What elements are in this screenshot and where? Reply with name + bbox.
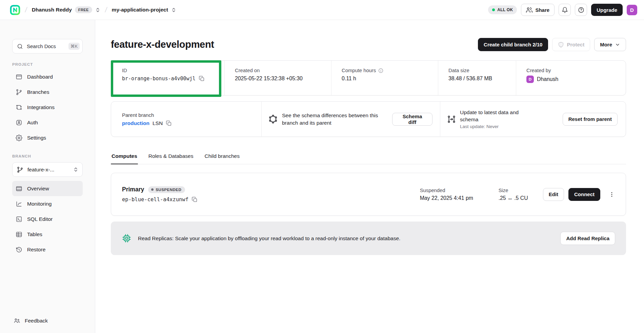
sidebar-item-label: Restore xyxy=(27,247,45,253)
status-label: ALL OK xyxy=(497,7,513,12)
sidebar-item-settings[interactable]: Settings xyxy=(12,130,83,145)
system-status-badge[interactable]: ALL OK xyxy=(488,5,517,14)
feedback-label: Feedback xyxy=(25,318,48,324)
neon-console: / Dhanush Reddy FREE / my-application-pr… xyxy=(0,0,644,333)
sidebar-item-label: Overview xyxy=(27,186,49,192)
more-label: More xyxy=(600,42,612,47)
parent-branch-link[interactable]: production xyxy=(122,120,149,126)
sidebar-item-label: Settings xyxy=(27,135,46,141)
suspended-value: May 22, 2025 4:41 pm xyxy=(420,195,499,201)
reset-section: Update to latest data and schema Last up… xyxy=(440,102,626,137)
sidebar-item-auth[interactable]: Auth xyxy=(12,115,83,130)
chevron-down-icon xyxy=(615,42,620,47)
tab-roles-databases[interactable]: Roles & Databases xyxy=(148,153,194,164)
sidebar-item-label: Auth xyxy=(27,120,38,126)
tab-child-branches[interactable]: Child branches xyxy=(204,153,240,164)
schema-diff-section: See the schema differences between this … xyxy=(261,102,440,137)
chevron-up-down-icon xyxy=(171,7,176,13)
sidebar-item-label: Monitoring xyxy=(27,201,52,207)
protect-label: Protect xyxy=(567,42,584,47)
branch-nav: Overview Monitoring SQL Editor xyxy=(12,181,83,257)
page-title: feature-x-development xyxy=(111,39,214,50)
add-read-replica-button[interactable]: Add Read Replica xyxy=(560,232,615,245)
branch-selector[interactable]: feature-x-... xyxy=(12,162,83,177)
size-label: Size xyxy=(499,188,543,193)
compute-menu-button[interactable] xyxy=(606,189,618,200)
project-name: my-application-project xyxy=(112,7,168,13)
created-on-label: Created on xyxy=(235,68,324,73)
overview-icon xyxy=(16,185,22,192)
sidebar-item-overview[interactable]: Overview xyxy=(12,181,83,196)
parent-branch-section: Parent branch production LSN xyxy=(111,102,261,137)
more-button[interactable]: More xyxy=(594,38,626,51)
bell-icon xyxy=(562,7,568,13)
status-dot-icon xyxy=(492,8,495,11)
selected-branch: feature-x-... xyxy=(27,167,69,173)
copy-lsn-button[interactable] xyxy=(166,120,172,126)
sidebar: Search Docs ⌘K PROJECT Dashboard Branche… xyxy=(0,20,95,333)
reset-branch-icon xyxy=(447,115,456,124)
branch-tabs: Computes Roles & Databases Child branche… xyxy=(111,153,626,164)
compute-size-info: Size .25 ↔ .5 CU xyxy=(499,188,543,201)
edit-compute-button[interactable]: Edit xyxy=(543,188,564,201)
schema-diff-button[interactable]: Schema diff xyxy=(392,113,432,126)
schema-diff-text: See the schema differences between this … xyxy=(282,112,388,126)
data-size-label: Data size xyxy=(448,68,509,73)
sidebar-item-dashboard[interactable]: Dashboard xyxy=(12,69,83,84)
tab-computes[interactable]: Computes xyxy=(111,153,138,164)
main-content: feature-x-development Create child branc… xyxy=(95,20,644,333)
breadcrumb-divider: / xyxy=(24,6,27,14)
user-avatar[interactable]: D xyxy=(627,5,637,15)
info-icon[interactable] xyxy=(378,68,383,73)
copy-branch-id-button[interactable] xyxy=(199,76,205,82)
id-label: ID xyxy=(122,68,218,73)
dashboard-icon xyxy=(16,74,22,80)
sidebar-item-feedback[interactable]: Feedback xyxy=(12,317,83,324)
create-child-branch-button[interactable]: Create child branch 2/10 xyxy=(478,38,548,51)
connect-button[interactable]: Connect xyxy=(568,188,600,201)
breadcrumb: / Dhanush Reddy FREE / my-application-pr… xyxy=(10,5,176,15)
detail-created-on: Created on 2025-05-22 15:32:38 +05:30 xyxy=(224,61,331,95)
page-actions: Create child branch 2/10 Protect More xyxy=(478,38,626,51)
sidebar-item-monitoring[interactable]: Monitoring xyxy=(12,196,83,211)
chevron-up-down-icon xyxy=(73,167,78,172)
chevron-up-down-icon xyxy=(95,7,100,13)
suspended-label: Suspended xyxy=(420,188,499,193)
share-label: Share xyxy=(535,7,549,13)
compute-suspended-info: Suspended May 22, 2025 4:41 pm xyxy=(420,188,499,201)
schema-diff-icon xyxy=(268,115,278,124)
help-button[interactable] xyxy=(575,4,587,16)
sidebar-item-branches[interactable]: Branches xyxy=(12,84,83,100)
protect-button[interactable]: Protect xyxy=(552,38,590,51)
sidebar-item-sql-editor[interactable]: SQL Editor xyxy=(12,211,83,227)
org-switcher[interactable]: Dhanush Reddy FREE xyxy=(32,6,100,13)
git-branch-icon xyxy=(16,89,22,96)
upgrade-button[interactable]: Upgrade xyxy=(591,4,623,16)
table-icon xyxy=(16,231,22,238)
read-replica-text: Read Replicas: Scale your application by… xyxy=(138,235,554,242)
copy-endpoint-button[interactable] xyxy=(192,196,198,203)
notifications-button[interactable] xyxy=(559,4,571,16)
share-button[interactable]: Share xyxy=(521,4,555,16)
created-by-value: Dhanush xyxy=(537,76,558,82)
git-branch-icon xyxy=(17,166,23,173)
top-header: / Dhanush Reddy FREE / my-application-pr… xyxy=(0,0,644,20)
compute-hours-value: 0.11 h xyxy=(342,76,431,82)
project-switcher[interactable]: my-application-project xyxy=(112,7,176,13)
sidebar-item-tables[interactable]: Tables xyxy=(12,227,83,242)
sidebar-item-restore[interactable]: Restore xyxy=(12,242,83,257)
endpoint-id-value: ep-blue-cell-a4xzunwf xyxy=(122,196,188,203)
org-plan-badge: FREE xyxy=(75,6,92,13)
search-docs-input[interactable]: Search Docs ⌘K xyxy=(12,39,83,54)
chart-icon xyxy=(16,201,22,207)
read-replica-banner: Read Replicas: Scale your application by… xyxy=(111,222,626,255)
breadcrumb-divider: / xyxy=(104,6,107,14)
sidebar-item-label: Integrations xyxy=(27,104,55,110)
compute-status-label: SUSPENDED xyxy=(156,188,181,192)
sidebar-item-integrations[interactable]: Integrations xyxy=(12,100,83,115)
reset-from-parent-button[interactable]: Reset from parent xyxy=(563,113,618,126)
branch-details-card: ID br-orange-bonus-a4v00wjl Created on 2… xyxy=(111,60,626,96)
header-actions: ALL OK Share Upgrade D xyxy=(488,4,637,16)
compute-row: Primary SUSPENDED ep-blue-cell-a4xzunwf xyxy=(111,173,626,216)
neon-logo-icon[interactable] xyxy=(10,5,20,15)
